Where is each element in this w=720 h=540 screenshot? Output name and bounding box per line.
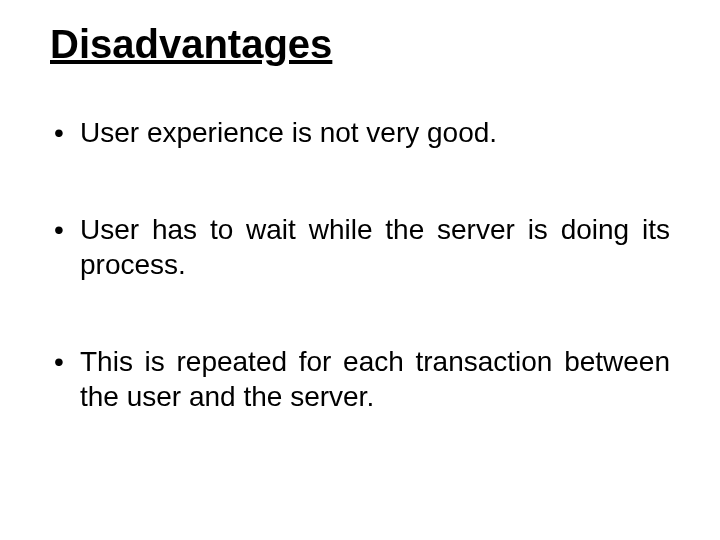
list-item: This is repeated for each transaction be…	[50, 344, 670, 414]
slide-title: Disadvantages	[50, 22, 670, 67]
list-item: User has to wait while the server is doi…	[50, 212, 670, 282]
list-item: User experience is not very good.	[50, 115, 670, 150]
bullet-list: User experience is not very good. User h…	[50, 115, 670, 414]
